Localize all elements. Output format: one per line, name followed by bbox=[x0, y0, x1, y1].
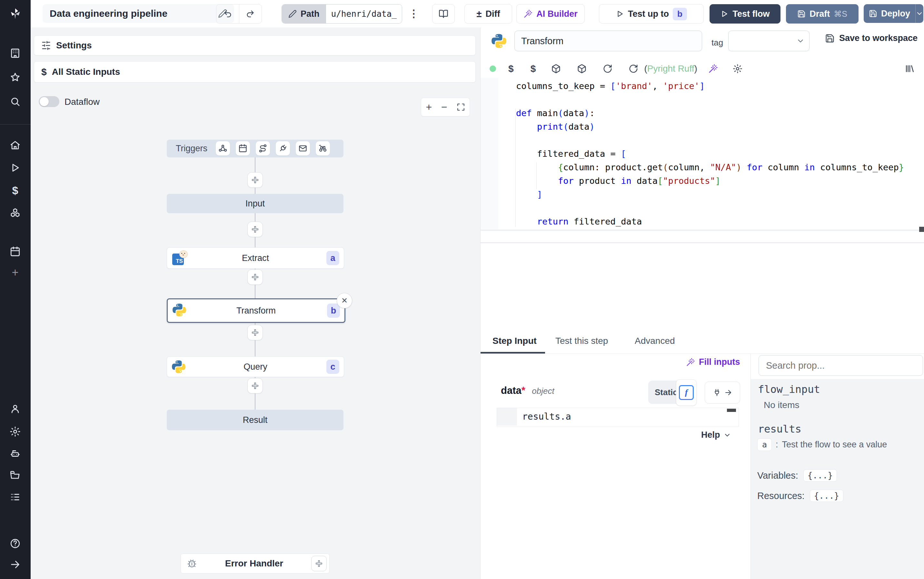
ai-wand-icon[interactable] bbox=[708, 64, 718, 74]
resources-braces-chip[interactable]: {...} bbox=[810, 490, 843, 502]
flow-node-input[interactable]: Input bbox=[167, 194, 343, 213]
package-icon-2[interactable] bbox=[577, 64, 587, 74]
python-icon bbox=[172, 303, 186, 317]
expression-editor[interactable]: results.a bbox=[497, 408, 739, 427]
docs-book-button[interactable] bbox=[432, 4, 455, 23]
trigger-webhook-button[interactable] bbox=[216, 141, 230, 155]
search-prop-input[interactable] bbox=[759, 355, 923, 376]
trigger-poll-button[interactable] bbox=[316, 141, 330, 155]
test-flow-button[interactable]: Test flow bbox=[710, 4, 780, 23]
sidebar-item-variables[interactable]: $ bbox=[9, 184, 21, 197]
trigger-route-button[interactable] bbox=[256, 141, 270, 155]
zoom-in-icon[interactable]: + bbox=[426, 101, 432, 113]
sidebar-item-users[interactable] bbox=[9, 402, 21, 415]
trigger-email-button[interactable] bbox=[296, 141, 310, 155]
sidebar-item-runs[interactable] bbox=[9, 161, 21, 174]
code-content[interactable]: columns_to_keep = ['brand', 'price']def … bbox=[516, 79, 904, 228]
connect-input-button[interactable] bbox=[705, 381, 740, 404]
arg-name-label: data bbox=[501, 385, 521, 396]
trigger-websocket-button[interactable] bbox=[276, 141, 290, 155]
windmill-logo-icon[interactable] bbox=[9, 7, 21, 20]
static-mode-label[interactable]: Static bbox=[655, 388, 677, 397]
sidebar-item-workspace[interactable] bbox=[9, 47, 21, 60]
path-label-segment[interactable]: Path bbox=[282, 5, 326, 23]
diff-button[interactable]: ±Diff bbox=[464, 4, 512, 23]
undo-button[interactable] bbox=[216, 5, 239, 23]
reload-icon[interactable] bbox=[603, 64, 612, 74]
flow-node-transform-selected[interactable]: Transform b bbox=[167, 298, 345, 323]
sidebar-item-add[interactable]: + bbox=[9, 266, 21, 279]
add-step-button-2[interactable] bbox=[247, 222, 263, 237]
save-to-workspace-button[interactable]: Save to workspace bbox=[825, 33, 917, 43]
more-options-kebab-icon[interactable]: ⋮ bbox=[407, 4, 420, 23]
sidebar-item-help[interactable] bbox=[9, 537, 21, 550]
draft-button[interactable]: Draft ⌘S bbox=[786, 4, 859, 23]
step-name-input[interactable] bbox=[514, 31, 702, 51]
sidebar-item-search[interactable] bbox=[9, 95, 21, 108]
fill-inputs-button[interactable]: Fill inputs bbox=[686, 357, 740, 367]
props-resources-row[interactable]: Resources: {...} bbox=[757, 490, 843, 502]
package-icon[interactable] bbox=[551, 64, 561, 74]
sidebar-item-audit-logs[interactable] bbox=[9, 491, 21, 504]
zoom-out-icon[interactable]: − bbox=[441, 101, 447, 113]
javascript-mode-button[interactable]: f bbox=[676, 379, 697, 406]
deploy-dropdown-button[interactable] bbox=[916, 10, 923, 17]
sidebar-divider bbox=[0, 124, 31, 124]
props-results-header[interactable]: results bbox=[758, 423, 802, 435]
path-value-segment[interactable]: u/henri/data_ bbox=[326, 5, 402, 23]
add-step-button-4[interactable] bbox=[247, 325, 263, 340]
settings-label: Settings bbox=[56, 40, 91, 51]
flow-node-query[interactable]: Query c bbox=[167, 357, 344, 377]
sidebar-item-settings[interactable] bbox=[9, 425, 21, 438]
reload-icon-2[interactable] bbox=[629, 64, 638, 74]
add-step-button-5[interactable] bbox=[247, 378, 263, 394]
editor-settings-gear-icon[interactable] bbox=[733, 64, 743, 74]
flow-canvas[interactable]: Settings $ All Static Inputs Dataflow + … bbox=[31, 28, 480, 579]
add-step-button-1[interactable] bbox=[247, 172, 263, 188]
flow-node-result[interactable]: Result bbox=[167, 410, 343, 430]
test-up-to-button[interactable]: Test up to b bbox=[599, 4, 704, 23]
sidebar-item-folders[interactable] bbox=[9, 469, 21, 482]
flow-settings-button[interactable]: Settings bbox=[34, 36, 476, 56]
bug-icon bbox=[187, 558, 197, 569]
flow-title[interactable]: Data engineering pipeline bbox=[42, 4, 234, 23]
variables-braces-chip[interactable]: {...} bbox=[803, 469, 837, 482]
tab-step-input[interactable]: Step Input bbox=[493, 336, 537, 346]
draft-label: Draft bbox=[810, 9, 830, 19]
tab-test-this-step[interactable]: Test this step bbox=[555, 336, 608, 346]
flow-node-extract[interactable]: TS Extract a bbox=[167, 247, 344, 269]
code-editor[interactable]: columns_to_keep = ['brand', 'price']def … bbox=[480, 78, 924, 229]
path-button[interactable]: Path u/henri/data_ bbox=[282, 4, 402, 23]
test-up-to-step-badge: b bbox=[673, 8, 687, 20]
props-variables-row[interactable]: Variables: {...} bbox=[757, 469, 837, 482]
tab-advanced[interactable]: Advanced bbox=[635, 336, 675, 346]
sidebar-expand-icon[interactable] bbox=[9, 558, 21, 571]
add-step-button-3[interactable] bbox=[247, 269, 263, 285]
sidebar-item-home[interactable] bbox=[9, 139, 21, 152]
code-scrollbar-handle[interactable] bbox=[919, 227, 924, 232]
tag-select[interactable] bbox=[728, 31, 810, 51]
deploy-button[interactable]: Deploy bbox=[864, 9, 915, 19]
all-static-inputs-button[interactable]: $ All Static Inputs bbox=[34, 61, 476, 83]
expression-value[interactable]: results.a bbox=[522, 411, 571, 422]
error-handler-node[interactable]: Error Handler bbox=[181, 553, 330, 574]
dataflow-toggle[interactable] bbox=[39, 96, 59, 107]
fullscreen-icon[interactable] bbox=[457, 103, 465, 111]
result-key-chip[interactable]: a bbox=[757, 438, 772, 451]
flow-node-triggers[interactable]: Triggers bbox=[167, 140, 343, 157]
redo-button[interactable] bbox=[239, 5, 262, 23]
variables-icon[interactable]: $ bbox=[531, 63, 536, 74]
library-icon[interactable] bbox=[904, 64, 915, 74]
static-inputs-icon[interactable]: $ bbox=[508, 63, 514, 74]
sidebar-item-workers[interactable] bbox=[9, 447, 21, 460]
ai-builder-button[interactable]: AI Builder bbox=[516, 4, 585, 23]
props-result-row[interactable]: a : Test the flow to see a value bbox=[757, 438, 887, 451]
sidebar-item-resources[interactable] bbox=[9, 206, 21, 219]
sidebar-item-schedules[interactable] bbox=[9, 245, 21, 258]
trigger-schedule-button[interactable] bbox=[236, 141, 250, 155]
sidebar-item-favorites[interactable] bbox=[9, 71, 21, 84]
help-dropdown[interactable]: Help bbox=[701, 430, 731, 440]
props-flow-input-header[interactable]: flow_input bbox=[758, 383, 820, 396]
delete-step-button[interactable]: ✕ bbox=[337, 293, 352, 308]
add-error-handler-button[interactable] bbox=[311, 556, 327, 571]
